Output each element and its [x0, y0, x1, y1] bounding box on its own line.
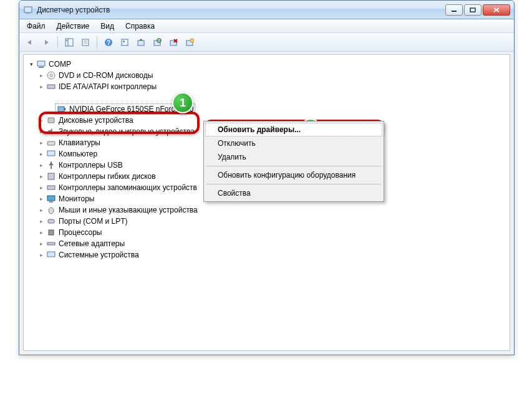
toolbar-btn-5[interactable]	[118, 36, 132, 49]
tree-item-dvd[interactable]: DVD и CD-ROM дисководы	[25, 70, 508, 81]
show-hide-tree-button[interactable]	[62, 36, 76, 49]
menu-separator	[206, 166, 381, 166]
menu-help[interactable]: Справка	[120, 20, 160, 32]
expander-icon[interactable]	[27, 60, 35, 68]
disable-toolbar-button[interactable]	[183, 36, 196, 49]
disc-icon	[46, 70, 56, 80]
expander-icon[interactable]	[37, 128, 45, 135]
help-toolbar-button[interactable]: ?	[102, 36, 115, 49]
svg-rect-3	[470, 8, 475, 12]
svg-rect-15	[123, 41, 125, 42]
display-adapter-icon	[57, 104, 67, 114]
svg-rect-1	[26, 12, 30, 14]
expander-icon[interactable]	[37, 229, 45, 236]
tree-item-network[interactable]: Сетевые адаптеры	[25, 238, 508, 249]
expander-icon[interactable]	[37, 150, 45, 158]
svg-text:?: ?	[107, 39, 110, 46]
expander-icon[interactable]	[37, 206, 45, 214]
svg-rect-25	[39, 67, 44, 68]
tree-item-system[interactable]: Системные устройства	[25, 249, 508, 261]
expander-icon[interactable]	[37, 195, 45, 203]
usb-icon	[46, 160, 56, 170]
scan-hardware-toolbar-button[interactable]	[150, 36, 164, 49]
svg-rect-30	[64, 108, 65, 110]
expander-icon[interactable]	[37, 173, 45, 180]
tree-item-nvidia-device[interactable]: NVIDIA GeForce 6150SE nForce 430	[25, 103, 508, 115]
ide-icon	[46, 82, 56, 92]
keyboard-icon	[46, 138, 56, 148]
svg-rect-39	[48, 219, 54, 223]
menubar: Файл Действие Вид Справка	[19, 19, 514, 33]
computer-icon	[36, 59, 46, 69]
svg-rect-35	[47, 186, 55, 189]
nav-back-button[interactable]	[23, 36, 37, 49]
properties-toolbar-button[interactable]	[79, 36, 92, 49]
step-badge-1: 1	[172, 92, 193, 113]
toolbar: ?	[19, 33, 514, 52]
svg-rect-33	[47, 151, 55, 156]
monitor-icon	[46, 194, 56, 204]
tree-item-cpu[interactable]: Процессоры	[25, 227, 508, 238]
uninstall-toolbar-button[interactable]	[167, 36, 180, 49]
cm-scan-hardware[interactable]: Обновить конфигурацию оборудования	[205, 168, 382, 182]
cm-remove[interactable]: Удалить	[205, 150, 382, 164]
nav-forward-button[interactable]	[39, 36, 53, 49]
window-title: Диспетчер устройств	[37, 6, 445, 14]
close-button[interactable]	[483, 4, 510, 16]
svg-rect-29	[58, 107, 64, 112]
expander-icon[interactable]	[37, 117, 45, 124]
floppy-icon	[46, 171, 56, 181]
app-icon	[23, 5, 33, 15]
tree-root[interactable]: COMP	[25, 59, 508, 70]
system-icon	[46, 250, 56, 260]
expander-icon[interactable]	[37, 161, 45, 169]
expander-icon[interactable]	[37, 139, 45, 146]
svg-rect-16	[138, 41, 144, 45]
tree-root-label: COMP	[49, 60, 71, 69]
svg-rect-31	[48, 118, 54, 123]
port-icon	[46, 216, 56, 226]
network-icon	[46, 239, 56, 249]
svg-rect-24	[37, 61, 45, 66]
svg-point-38	[49, 208, 54, 214]
update-driver-toolbar-button[interactable]	[134, 36, 148, 49]
storage-icon	[46, 183, 56, 193]
mouse-icon	[46, 205, 56, 215]
device-tree-panel[interactable]: COMP DVD и CD-ROM дисководы IDE ATA/ATAP…	[23, 54, 510, 351]
menu-view[interactable]: Вид	[95, 20, 119, 32]
svg-rect-40	[49, 230, 54, 235]
svg-point-23	[190, 39, 194, 42]
expander-icon[interactable]	[37, 240, 45, 247]
svg-rect-41	[47, 242, 55, 245]
cm-properties[interactable]: Свойства	[205, 186, 382, 200]
expander-icon[interactable]	[37, 184, 45, 191]
computer-icon	[46, 149, 56, 159]
cm-update-drivers[interactable]: Обновить драйверы...	[205, 123, 382, 136]
minimize-button[interactable]	[445, 4, 463, 16]
svg-rect-6	[65, 39, 73, 46]
menu-file[interactable]: Файл	[22, 20, 51, 32]
svg-rect-8	[66, 40, 67, 41]
disk-icon	[46, 115, 56, 125]
svg-rect-34	[48, 173, 54, 179]
expander-icon[interactable]	[37, 218, 45, 225]
tree-item-ide[interactable]: IDE ATA/ATAPI контроллеры	[25, 81, 508, 92]
svg-rect-28	[47, 85, 55, 88]
cm-disable[interactable]: Отключить	[205, 136, 382, 150]
svg-rect-37	[49, 201, 53, 203]
expander-icon[interactable]	[37, 83, 45, 90]
svg-rect-36	[47, 196, 55, 201]
tree-item-ports[interactable]: Порты (COM и LPT)	[25, 216, 508, 227]
expander-icon[interactable]	[37, 72, 45, 79]
svg-rect-32	[47, 141, 55, 145]
context-menu: Обновить драйверы... Отключить Удалить О…	[203, 121, 384, 202]
svg-rect-42	[47, 252, 55, 257]
titlebar[interactable]: Диспетчер устройств	[19, 1, 514, 19]
menu-action[interactable]: Действие	[52, 20, 95, 32]
expander-icon[interactable]	[37, 251, 45, 259]
svg-rect-0	[24, 7, 32, 12]
menu-separator	[206, 184, 381, 184]
sound-icon	[46, 127, 56, 136]
maximize-button[interactable]	[464, 4, 481, 16]
tree-item-mice[interactable]: Мыши и иные указывающие устройства	[25, 204, 508, 216]
